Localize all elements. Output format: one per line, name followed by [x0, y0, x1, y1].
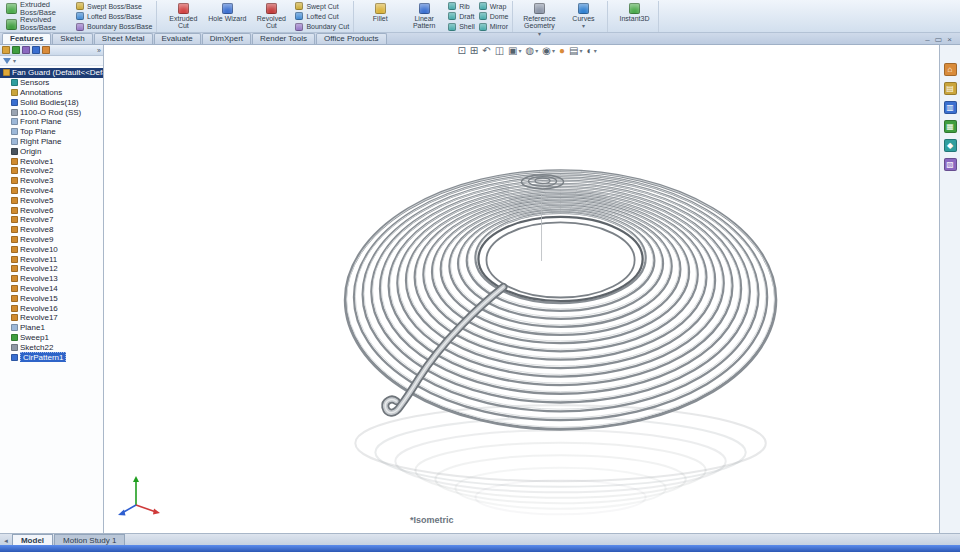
- ribbon-button-boundary-boss-base[interactable]: Boundary Boss/Base: [76, 22, 152, 32]
- ribbon-button-curves[interactable]: Curves▾: [563, 1, 603, 30]
- tree-item-cirpattern1[interactable]: CirPattern1: [0, 352, 103, 362]
- tab-evaluate[interactable]: Evaluate: [154, 33, 201, 44]
- ribbon-button-linear-pattern[interactable]: Linear Pattern: [404, 1, 444, 30]
- tab-sheet-metal[interactable]: Sheet Metal: [94, 33, 153, 44]
- previous-view-button[interactable]: ↶: [482, 45, 490, 57]
- tab-scroll-icon[interactable]: ◄: [3, 538, 12, 545]
- tree-item-top-plane[interactable]: Top Plane: [0, 127, 103, 137]
- dropdown-caret-icon: ▾: [535, 45, 538, 57]
- ribbon-button-instant3d[interactable]: Instant3D: [614, 1, 654, 22]
- document-tab-model[interactable]: Model: [12, 534, 53, 545]
- tree-item-revolve12[interactable]: Revolve12: [0, 264, 103, 274]
- close-button[interactable]: ×: [947, 35, 952, 44]
- ribbon-button-shell[interactable]: Shell: [448, 22, 475, 32]
- tab-dimxpert[interactable]: DimXpert: [202, 33, 251, 44]
- featuremanager-tree-tab[interactable]: [2, 46, 10, 54]
- section-view-button[interactable]: ◫: [495, 45, 504, 57]
- document-tab-motion-study-1[interactable]: Motion Study 1: [54, 534, 125, 545]
- filter-caret-icon[interactable]: ▾: [13, 57, 16, 64]
- edit-appearance-button[interactable]: ●: [559, 45, 565, 57]
- design-library-button[interactable]: ▤: [944, 82, 957, 95]
- tree-item-revolve8[interactable]: Revolve8: [0, 225, 103, 235]
- tree-item-revolve3[interactable]: Revolve3: [0, 176, 103, 186]
- tree-item-revolve15[interactable]: Revolve15: [0, 293, 103, 303]
- ribbon-button-swept-boss-base[interactable]: Swept Boss/Base: [76, 1, 152, 11]
- ribbon-button-dome[interactable]: Dome: [479, 11, 509, 21]
- sketch-icon: [11, 344, 18, 351]
- tab-features[interactable]: Features: [2, 33, 51, 44]
- propertymanager-tab[interactable]: [12, 46, 20, 54]
- part-icon: [3, 69, 10, 76]
- revolve-icon: [11, 226, 18, 233]
- solidworks-resources-button[interactable]: ⌂: [944, 63, 957, 76]
- tree-item-solid-bodies-18[interactable]: Solid Bodies(18): [0, 97, 103, 107]
- tree-item-revolve16[interactable]: Revolve16: [0, 303, 103, 313]
- appearances-button[interactable]: ◆: [944, 139, 957, 152]
- tree-item-fan-guard-default-default[interactable]: Fan Guard (Default<<Default>_: [0, 68, 103, 78]
- ribbon-button-boundary-cut[interactable]: Boundary Cut: [295, 22, 349, 32]
- ribbon-button-rib[interactable]: Rib: [448, 1, 475, 11]
- hide-show-items-button[interactable]: ◉▾: [542, 45, 555, 57]
- revolve-icon: [11, 256, 18, 263]
- tree-item-revolve11[interactable]: Revolve11: [0, 254, 103, 264]
- tree-item-revolve14[interactable]: Revolve14: [0, 284, 103, 294]
- view-orientation-button[interactable]: ▣▾: [508, 45, 521, 57]
- zoom-to-fit-button[interactable]: ⊡: [457, 45, 465, 57]
- display-style-button[interactable]: ◍▾: [526, 45, 539, 57]
- filter-funnel-icon[interactable]: [3, 58, 11, 64]
- ribbon-button-revolved-boss-base[interactable]: Revolved Boss/Base: [6, 17, 72, 32]
- ribbon-button-mirror[interactable]: Mirror: [479, 22, 509, 32]
- swept-cut-icon: [295, 2, 303, 10]
- custom-properties-button[interactable]: ▧: [944, 158, 957, 171]
- ribbon-button-fillet[interactable]: Fillet: [360, 1, 400, 22]
- tree-item-revolve10[interactable]: Revolve10: [0, 244, 103, 254]
- tree-item-annotations[interactable]: Annotations: [0, 88, 103, 98]
- origin-icon: [11, 148, 18, 155]
- tree-item-revolve5[interactable]: Revolve5: [0, 195, 103, 205]
- tree-item-plane1[interactable]: Plane1: [0, 323, 103, 333]
- ribbon-button-swept-cut[interactable]: Swept Cut: [295, 1, 349, 11]
- tree-item-sketch22[interactable]: Sketch22: [0, 342, 103, 352]
- ribbon-button-wrap[interactable]: Wrap: [479, 1, 509, 11]
- displaymanager-tab[interactable]: [42, 46, 50, 54]
- tab-office-products[interactable]: Office Products: [316, 33, 387, 44]
- pane-chevron-icon[interactable]: »: [97, 47, 101, 54]
- file-explorer-button[interactable]: ▥: [944, 101, 957, 114]
- tree-item-revolve9[interactable]: Revolve9: [0, 235, 103, 245]
- ribbon-button-hole-wizard[interactable]: Hole Wizard: [207, 1, 247, 22]
- tree-item-sensors[interactable]: Sensors: [0, 78, 103, 88]
- minimize-button[interactable]: –: [925, 35, 929, 44]
- restore-button[interactable]: ▭: [935, 35, 943, 44]
- tree-item-front-plane[interactable]: Front Plane: [0, 117, 103, 127]
- tab-sketch[interactable]: Sketch: [52, 33, 92, 44]
- tree-item-revolve1[interactable]: Revolve1: [0, 156, 103, 166]
- view-settings-button[interactable]: ◐▾: [587, 45, 597, 57]
- ribbon-button-extruded-boss-base[interactable]: Extruded Boss/Base: [6, 1, 72, 16]
- tree-item-sweep1[interactable]: Sweep1: [0, 333, 103, 343]
- tab-render-tools[interactable]: Render Tools: [252, 33, 315, 44]
- ribbon-button-reference-geometry[interactable]: Reference Geometry▾: [519, 1, 559, 37]
- tree-item-right-plane[interactable]: Right Plane: [0, 137, 103, 147]
- zoom-to-area-icon: ⊞: [470, 45, 478, 57]
- tree-item-revolve17[interactable]: Revolve17: [0, 313, 103, 323]
- tree-item-revolve2[interactable]: Revolve2: [0, 166, 103, 176]
- tree-item-revolve6[interactable]: Revolve6: [0, 205, 103, 215]
- ribbon-button-lofted-boss-base[interactable]: Lofted Boss/Base: [76, 11, 152, 21]
- extruded-boss-icon: [6, 3, 17, 14]
- tree-item-revolve7[interactable]: Revolve7: [0, 215, 103, 225]
- tree-item-revolve4[interactable]: Revolve4: [0, 186, 103, 196]
- graphics-viewport[interactable]: ⊡⊞↶◫▣▾◍▾◉▾●▤▾◐▾ *Isome: [104, 45, 939, 533]
- ribbon-button-draft[interactable]: Draft: [448, 11, 475, 21]
- tree-item-revolve13[interactable]: Revolve13: [0, 274, 103, 284]
- view-palette-button[interactable]: ▦: [944, 120, 957, 133]
- manager-pane-tabs: »: [0, 45, 103, 56]
- ribbon-button-lofted-cut[interactable]: Lofted Cut: [295, 11, 349, 21]
- zoom-to-area-button[interactable]: ⊞: [470, 45, 478, 57]
- dimxpertmanager-tab[interactable]: [32, 46, 40, 54]
- ribbon-button-revolved-cut[interactable]: Revolved Cut: [251, 1, 291, 30]
- tree-item-1100-o-rod-ss[interactable]: 1100-O Rod (SS): [0, 107, 103, 117]
- tree-item-origin[interactable]: Origin: [0, 146, 103, 156]
- apply-scene-button[interactable]: ▤▾: [569, 45, 582, 57]
- configurationmanager-tab[interactable]: [22, 46, 30, 54]
- ribbon-button-extruded-cut[interactable]: Extruded Cut: [163, 1, 203, 30]
